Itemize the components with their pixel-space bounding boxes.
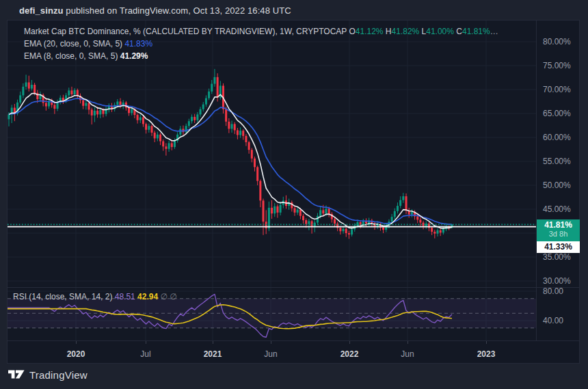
candle-body — [205, 98, 207, 105]
candle-body — [259, 181, 261, 201]
candle-body — [397, 206, 399, 211]
candle-body — [225, 109, 227, 122]
rsi-axis-label: 40.00 — [543, 315, 580, 326]
candle-body — [280, 205, 282, 213]
time-axis-tick — [349, 341, 350, 344]
candle-body — [231, 124, 233, 129]
last-price-value: 41.81% — [537, 220, 580, 230]
candle-body — [245, 136, 247, 142]
time-axis-tick — [146, 341, 146, 344]
price-axis-label: 75.00% — [543, 60, 580, 71]
time-axis-tick — [76, 341, 77, 344]
candle-body — [305, 220, 307, 224]
ema8-label: EMA (8, close, 0, SMA, 5) — [24, 51, 118, 61]
candle-body — [308, 222, 310, 224]
ema8-legend-row[interactable]: EMA (8, close, 0, SMA, 5) 41.29% — [24, 50, 498, 62]
candle-body — [416, 217, 418, 220]
candle-body — [328, 209, 330, 214]
main-legend[interactable]: Market Cap BTC Dominance, % (CALCULATED … — [24, 25, 498, 62]
price-axis-label: 80.00% — [543, 36, 580, 47]
price-axis-label: 30.00% — [543, 276, 580, 286]
candle-body — [343, 229, 345, 232]
candle-body — [162, 142, 164, 147]
candle-body — [440, 230, 442, 233]
time-axis[interactable]: 2020Jul2021Jun2022Jun2023 — [8, 340, 579, 364]
tradingview-logo-icon[interactable] — [8, 369, 25, 381]
candle-body — [77, 90, 79, 96]
candle-body — [53, 105, 55, 109]
rsi-legend-row[interactable]: RSI (14, close, SMA, 14, 2) 48.51 42.94 … — [13, 292, 177, 301]
candle-body — [31, 85, 33, 89]
candle-body — [433, 232, 436, 234]
candle-body — [157, 135, 159, 139]
candle-body — [99, 110, 101, 114]
candle-body — [213, 77, 215, 84]
candle-body — [151, 126, 153, 133]
candle-body — [405, 196, 407, 211]
ema20-legend-row[interactable]: EMA (20, close, 0, SMA, 5) 41.83% — [24, 38, 498, 50]
candle-body — [34, 85, 36, 93]
candle-body — [345, 229, 347, 233]
candle-body — [402, 196, 404, 200]
candle-body — [319, 210, 321, 215]
price-axis[interactable]: 41.81% 3d 8h 41.33% 80.00%75.00%70.00%65… — [536, 21, 579, 340]
candle-body — [154, 133, 156, 138]
candle-body — [45, 103, 47, 107]
candle-body — [437, 230, 439, 234]
candle-body — [339, 228, 341, 231]
last-price-badge: 41.81% 3d 8h — [537, 219, 580, 241]
candle-body — [317, 216, 319, 223]
candle-body — [116, 102, 118, 105]
candle-body — [105, 109, 107, 113]
footer: TradingView — [8, 369, 88, 381]
candle-body — [322, 210, 324, 213]
tradingview-wordmark[interactable]: TradingView — [29, 369, 88, 381]
candle-body — [325, 209, 327, 213]
candle-body — [70, 90, 72, 94]
candle-body — [237, 131, 239, 135]
candle-body — [248, 142, 250, 150]
candle-body — [148, 126, 150, 130]
time-axis-label-jun: Jun — [401, 349, 414, 359]
time-axis-label-jul: Jul — [140, 349, 150, 359]
candle-body — [311, 222, 313, 227]
candle-body — [120, 102, 122, 106]
candle-body — [217, 77, 219, 98]
ohlc-high: H41.82% — [386, 27, 419, 36]
candle-body — [94, 111, 96, 116]
candle-body — [102, 110, 104, 114]
candle-body — [200, 109, 202, 115]
candle-body — [419, 219, 421, 222]
candle-body — [19, 95, 21, 103]
candle-body — [137, 115, 139, 120]
candle-body — [299, 210, 302, 216]
candle-body — [251, 150, 253, 159]
time-axis-tick — [486, 341, 487, 344]
candle-body — [139, 118, 142, 120]
candle-body — [8, 114, 10, 119]
time-axis-tick — [271, 341, 271, 344]
candle-body — [211, 84, 213, 92]
candle-body — [431, 228, 433, 232]
price-axis-label: 45.00% — [543, 204, 580, 215]
candle-body — [179, 129, 181, 134]
candle-body — [25, 83, 27, 87]
candle-body — [202, 105, 204, 109]
rsi-hidden-value-1: ∅ — [160, 292, 167, 301]
price-axis-label: 55.00% — [543, 156, 580, 167]
rsi-label: RSI (14, close, SMA, 14, 2) — [13, 292, 112, 301]
candle-body — [234, 124, 236, 130]
candle-body — [168, 143, 170, 148]
tradingview-snapshot: defi_sinzu published on TradingView.com,… — [0, 0, 588, 389]
price-axis-label: 35.00% — [543, 252, 580, 263]
candle-body — [174, 141, 176, 147]
candle-body — [208, 92, 210, 98]
time-axis-label-2022: 2022 — [340, 349, 359, 359]
symbol-legend-row[interactable]: Market Cap BTC Dominance, % (CALCULATED … — [24, 25, 498, 38]
candle-body — [145, 124, 147, 129]
ohlc-close: C41.81% — [456, 27, 490, 36]
candle-body — [196, 114, 198, 120]
candle-body — [191, 117, 193, 121]
rsi-sma-value: 42.94 — [137, 292, 158, 301]
price-axis-label: 60.00% — [543, 132, 580, 143]
